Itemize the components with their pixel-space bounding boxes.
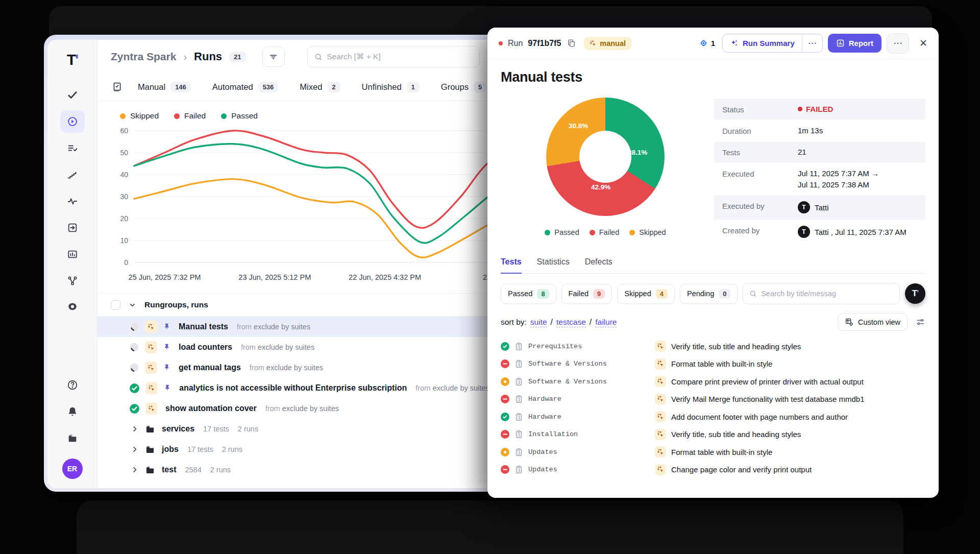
sliders-icon[interactable]	[916, 317, 925, 327]
sidebar-item-settings[interactable]	[60, 296, 85, 319]
close-icon[interactable]: ✕	[919, 37, 927, 49]
chevron-right-icon[interactable]	[131, 466, 138, 473]
report-button[interactable]: Report	[828, 34, 881, 53]
app-logo[interactable]: T'	[67, 51, 78, 68]
drawer-tab-tests[interactable]: Tests	[501, 257, 522, 274]
manual-test-icon	[655, 394, 666, 405]
manual-type-icon	[145, 362, 157, 374]
filter-pending[interactable]: Pending0	[680, 284, 738, 304]
sidebar-item-plans[interactable]	[60, 137, 85, 159]
donut-legend-skipped[interactable]: Skipped	[629, 228, 666, 236]
tab-unfinished[interactable]: Unfinished1	[362, 82, 420, 92]
run-summary-more-button[interactable]: ⋯	[802, 34, 822, 52]
test-row[interactable]: PrerequisitesVerify title, sub title and…	[501, 338, 925, 355]
chevron-right-icon[interactable]	[131, 446, 138, 453]
sidebar-item-import[interactable]	[60, 216, 85, 239]
test-row[interactable]: HardwareVerify Mail Merge functionality …	[501, 391, 925, 408]
folder-name: test	[162, 465, 176, 474]
run-title: Manual tests	[501, 69, 925, 85]
test-suite-icon	[514, 430, 523, 439]
avatar: T	[798, 201, 810, 213]
filter-button[interactable]	[262, 46, 285, 67]
run-source: from exclude by suites	[250, 364, 323, 372]
test-row[interactable]: UpdatesFormat table with built-in style	[501, 443, 925, 461]
pin-icon	[163, 384, 172, 392]
legend-passed[interactable]: Passed	[221, 111, 258, 121]
svg-text:40: 40	[120, 171, 128, 179]
run-status-dot	[499, 41, 503, 45]
help-icon[interactable]	[60, 374, 85, 396]
sort-by-suite[interactable]: suite	[530, 318, 547, 327]
tab-groups[interactable]: Groups5	[441, 82, 486, 92]
select-all-checkbox[interactable]	[111, 300, 120, 310]
test-suite-icon	[514, 359, 523, 368]
sparkles-icon	[730, 39, 739, 47]
run-source: from exclude by suites	[415, 384, 489, 392]
bell-icon[interactable]	[60, 400, 85, 423]
drawer-tab-defects[interactable]: Defects	[585, 257, 612, 273]
manual-test-icon	[655, 429, 666, 440]
sort-by-failure[interactable]: failure	[595, 318, 617, 327]
manual-type-icon	[145, 341, 157, 353]
test-suite-icon	[514, 377, 523, 386]
legend-failed[interactable]: Failed	[174, 111, 206, 121]
status-row-executed-by: Executed byTTatti	[714, 195, 925, 220]
test-row[interactable]: InstallationVerify title, sub title and …	[501, 426, 925, 444]
sort-by-testcase[interactable]: testcase	[556, 318, 586, 327]
donut-legend-failed[interactable]: Failed	[590, 228, 620, 236]
manual-type-badge[interactable]: manual	[584, 37, 631, 50]
pin-icon	[163, 323, 171, 331]
filter-passed[interactable]: Passed8	[501, 284, 556, 304]
test-row[interactable]: HardwareAdd document footer with page nu…	[501, 408, 925, 426]
chevron-right-icon[interactable]	[131, 425, 138, 432]
donut-failed-label: 42.9%	[591, 183, 610, 191]
test-row[interactable]: Software & VersionsFormat table with bui…	[501, 355, 925, 373]
global-search[interactable]	[307, 46, 480, 67]
user-avatar[interactable]: ER	[62, 459, 83, 479]
more-options-button[interactable]: ⋯	[887, 33, 909, 54]
sidebar-item-milestones[interactable]	[60, 163, 85, 186]
run-label: Run	[508, 39, 523, 48]
sidebar-item-branches[interactable]	[60, 270, 85, 292]
sidebar-item-runs[interactable]	[60, 110, 85, 133]
breadcrumb-project[interactable]: Zyntra Spark	[111, 51, 176, 63]
filter-skipped[interactable]: Skipped4	[617, 284, 675, 304]
search-input[interactable]	[327, 52, 472, 61]
run-details-drawer: Run 97f1b7f5 manual 1 Run Summary ⋯	[487, 28, 939, 498]
filter-count: 0	[719, 289, 730, 299]
sidebar-item-pulse[interactable]	[60, 190, 85, 212]
test-title: Format table with built-in style	[671, 448, 772, 456]
tab-automated[interactable]: Automated536	[212, 82, 279, 92]
sidebar-item-tests[interactable]	[60, 84, 85, 106]
donut-legend-passed[interactable]: Passed	[545, 228, 579, 236]
assistant-avatar[interactable]: T'	[905, 283, 925, 304]
filter-failed[interactable]: Failed9	[561, 284, 612, 304]
projects-folder-icon[interactable]	[60, 427, 85, 449]
filter-count: 8	[537, 289, 549, 299]
folder-tests-count: 2584	[185, 466, 201, 474]
copy-icon[interactable]	[567, 39, 576, 47]
run-source: from exclude by suites	[265, 404, 339, 413]
tests-search-input[interactable]	[761, 290, 893, 298]
result-filters: Passed8Failed9Skipped4Pending0T'	[501, 283, 925, 304]
gem-icon	[699, 39, 708, 47]
tab-mixed[interactable]: Mixed2	[300, 82, 340, 92]
checklist-icon[interactable]	[112, 82, 122, 92]
run-summary-button[interactable]: Run Summary	[723, 34, 802, 52]
suite-name: Updates	[528, 466, 557, 473]
test-row[interactable]: Software & VersionsCompare print preview…	[501, 373, 925, 391]
test-suite-icon	[514, 395, 523, 403]
tests-search[interactable]	[743, 283, 900, 304]
suite-name: Hardware	[528, 413, 561, 421]
status-row-tests: Tests21	[714, 141, 925, 163]
drawer-tab-statistics[interactable]: Statistics	[537, 257, 570, 273]
tab-manual[interactable]: Manual146	[138, 82, 191, 92]
gem-counter[interactable]: 1	[699, 39, 715, 47]
legend-skipped[interactable]: Skipped	[120, 111, 159, 121]
custom-view-button[interactable]: Custom view	[838, 313, 908, 331]
test-row[interactable]: UpdatesChange page color and verify prin…	[501, 461, 925, 479]
sidebar-item-analytics[interactable]	[60, 243, 85, 266]
manual-test-icon	[655, 464, 666, 475]
folder-runs-count: 2 runs	[238, 425, 258, 433]
chevron-down-icon[interactable]	[129, 301, 136, 309]
